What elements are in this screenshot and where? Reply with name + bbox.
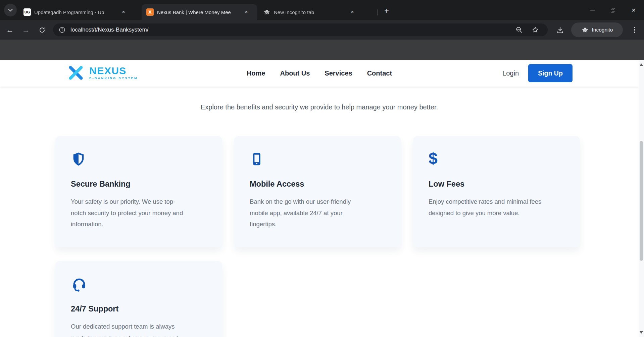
card-secure-banking: Secure Banking Your safety is our priori…: [55, 136, 222, 247]
logo-x-icon: [66, 64, 85, 81]
close-tab-icon[interactable]: ×: [119, 8, 128, 16]
nav-contact[interactable]: Contact: [367, 69, 392, 77]
card-body: Your safety is our priority. We use top-…: [71, 196, 207, 230]
menu-icon[interactable]: [632, 26, 637, 34]
nav-home[interactable]: Home: [247, 69, 265, 77]
reload-button[interactable]: [36, 24, 48, 36]
shield-icon: [71, 151, 207, 167]
card-title: Low Fees: [429, 180, 564, 189]
services-cards-row: 24/7 Support Our dedicated support team …: [55, 261, 222, 337]
tab-updategadh[interactable]: UG Updategadh Programming - Up ×: [19, 4, 140, 20]
tab-nexus-bank[interactable]: X Nexus Bank | Where Money Mee ×: [142, 4, 257, 20]
card-low-fees: $ Low Fees Enjoy competitive rates and m…: [413, 136, 580, 247]
xampp-favicon-icon: X: [146, 8, 154, 16]
tab-new-incognito[interactable]: New Incognito tab ×: [258, 4, 374, 20]
headset-icon: [71, 276, 207, 292]
close-icon: ×: [632, 6, 636, 14]
card-mobile-access: Mobile Access Bank on the go with our us…: [234, 136, 401, 247]
services-cards-row: Secure Banking Your safety is our priori…: [55, 136, 580, 247]
bookmarks-bar: All Bookmarks: [0, 40, 644, 60]
site-logo[interactable]: NEXUS E-BANKING SYSTEM: [66, 64, 138, 81]
bookmark-star-icon[interactable]: [532, 26, 539, 34]
scroll-up-icon[interactable]: [639, 62, 644, 67]
ug-favicon-icon: UG: [23, 8, 31, 16]
restore-icon: [611, 8, 615, 12]
new-tab-button[interactable]: +: [381, 5, 392, 16]
card-title: Secure Banking: [71, 180, 207, 189]
tab-separator: [377, 9, 378, 15]
scrollbar-thumb[interactable]: [640, 141, 643, 261]
incognito-badge[interactable]: Incognito: [571, 22, 623, 37]
close-window-button[interactable]: ×: [623, 0, 644, 20]
incognito-icon: [263, 8, 270, 16]
forward-button[interactable]: →: [20, 24, 32, 36]
close-tab-icon[interactable]: ×: [348, 8, 356, 16]
nav-about[interactable]: About Us: [280, 69, 310, 77]
card-support: 24/7 Support Our dedicated support team …: [55, 261, 222, 337]
logo-tagline: E-BANKING SYSTEM: [89, 77, 138, 80]
incognito-label: Incognito: [592, 27, 613, 33]
auth-area: Login Sign Up: [502, 60, 573, 87]
nav-services[interactable]: Services: [325, 69, 352, 77]
url-text[interactable]: localhost/t/Nexus-Banksystem/: [70, 27, 515, 33]
dollar-icon: $: [429, 151, 564, 167]
minimize-button[interactable]: [582, 0, 602, 20]
tab-title: Updategadh Programming - Up: [34, 9, 119, 15]
card-body: Our dedicated support team is always rea…: [71, 321, 207, 337]
chevron-down-icon: [8, 9, 13, 12]
restore-button[interactable]: [602, 0, 623, 20]
section-subtitle: Explore the benefits and security we pro…: [0, 103, 639, 111]
tab-title: New Incognito tab: [274, 9, 348, 15]
page-scrollbar[interactable]: [639, 60, 644, 337]
main-nav: Home About Us Services Contact: [247, 60, 392, 87]
logo-name: NEXUS: [89, 66, 138, 76]
login-link[interactable]: Login: [502, 69, 519, 77]
signup-button[interactable]: Sign Up: [528, 64, 573, 82]
scroll-down-icon[interactable]: [639, 330, 644, 335]
tab-search-button[interactable]: [4, 4, 17, 16]
card-body: Bank on the go with our user-friendly mo…: [250, 196, 386, 230]
window-controls: ×: [582, 0, 644, 20]
page-info-icon[interactable]: [58, 26, 66, 34]
zoom-out-icon[interactable]: [515, 26, 523, 34]
mobile-icon: [250, 151, 386, 167]
card-title: Mobile Access: [250, 180, 386, 189]
close-tab-icon[interactable]: ×: [242, 8, 250, 16]
card-body: Enjoy competitive rates and minimal fees…: [429, 196, 564, 219]
download-icon[interactable]: [554, 25, 566, 36]
card-title: 24/7 Support: [71, 304, 207, 314]
tab-title: Nexus Bank | Where Money Mee: [157, 9, 242, 15]
incognito-icon: [581, 26, 589, 34]
site-header: NEXUS E-BANKING SYSTEM Home About Us Ser…: [0, 60, 639, 87]
address-bar[interactable]: localhost/t/Nexus-Banksystem/: [53, 23, 548, 36]
tab-strip: UG Updategadh Programming - Up × X Nexus…: [0, 0, 644, 20]
browser-toolbar: ← → localhost/t/Nexus-Banksystem/: [0, 20, 644, 40]
page-viewport: Our Core Services Explore the benefits a…: [0, 60, 639, 337]
back-button[interactable]: ←: [4, 24, 15, 36]
minimize-icon: [590, 10, 595, 10]
